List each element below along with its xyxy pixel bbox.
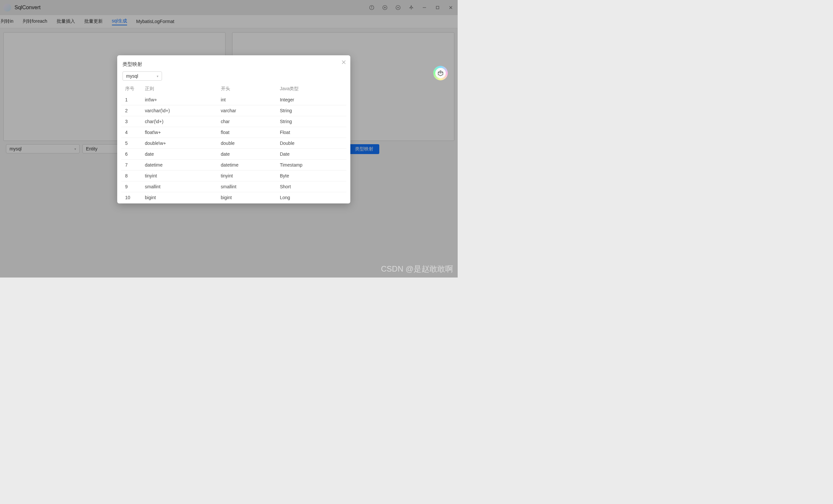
cell-seq: 9 bbox=[121, 182, 141, 192]
type-mapping-table: 序号 正则 开头 Java类型 1int\w+intInteger2varcha… bbox=[121, 83, 347, 203]
cell-javaType: Date bbox=[276, 149, 347, 160]
cell-regex: double\w+ bbox=[141, 138, 217, 149]
assistant-orb-icon[interactable] bbox=[433, 66, 448, 80]
cell-regex: tinyint bbox=[141, 170, 217, 182]
table-row[interactable]: 1int\w+intInteger bbox=[121, 95, 347, 105]
col-seq-header: 序号 bbox=[121, 83, 141, 95]
cell-regex: int\w+ bbox=[141, 95, 217, 105]
table-row[interactable]: 4float\w+floatFloat bbox=[121, 127, 347, 138]
cell-prefix: int bbox=[217, 95, 276, 105]
cell-javaType: Double bbox=[276, 138, 347, 149]
table-row[interactable]: 3char(\d+)charString bbox=[121, 116, 347, 127]
cell-javaType: Byte bbox=[276, 170, 347, 182]
type-mapping-modal: 类型映射 mysql ▾ 序号 正则 开头 Java类型 1int\w+intI… bbox=[117, 55, 350, 203]
cell-prefix: date bbox=[217, 149, 276, 160]
cell-javaType: Float bbox=[276, 127, 347, 138]
cell-prefix: smallint bbox=[217, 182, 276, 192]
cell-javaType: Integer bbox=[276, 95, 347, 105]
cell-regex: datetime bbox=[141, 160, 217, 170]
cell-seq: 4 bbox=[121, 127, 141, 138]
table-row[interactable]: 2varchar(\d+)varcharString bbox=[121, 105, 347, 116]
cell-prefix: double bbox=[217, 138, 276, 149]
cell-seq: 10 bbox=[121, 192, 141, 203]
svg-line-15 bbox=[441, 72, 443, 73]
cell-javaType: Timestamp bbox=[276, 160, 347, 170]
modal-db-type-value: mysql bbox=[126, 73, 138, 79]
cell-prefix: char bbox=[217, 116, 276, 127]
cell-javaType: Long bbox=[276, 192, 347, 203]
modal-db-type-select[interactable]: mysql ▾ bbox=[122, 71, 162, 81]
cell-javaType: Short bbox=[276, 182, 347, 192]
svg-line-16 bbox=[438, 72, 441, 73]
chevron-down-icon: ▾ bbox=[157, 74, 158, 78]
table-row[interactable]: 7datetimedatetimeTimestamp bbox=[121, 160, 347, 170]
cell-seq: 2 bbox=[121, 105, 141, 116]
cell-prefix: float bbox=[217, 127, 276, 138]
cell-seq: 3 bbox=[121, 116, 141, 127]
table-header-row: 序号 正则 开头 Java类型 bbox=[121, 83, 347, 95]
cell-regex: char(\d+) bbox=[141, 116, 217, 127]
cell-prefix: tinyint bbox=[217, 170, 276, 182]
table-row[interactable]: 9smallintsmallintShort bbox=[121, 182, 347, 192]
cell-regex: bigint bbox=[141, 192, 217, 203]
col-prefix-header: 开头 bbox=[217, 83, 276, 95]
cell-seq: 7 bbox=[121, 160, 141, 170]
cell-regex: smallint bbox=[141, 182, 217, 192]
modal-close-button[interactable] bbox=[342, 60, 346, 65]
table-row[interactable]: 6datedateDate bbox=[121, 149, 347, 160]
table-row[interactable]: 5double\w+doubleDouble bbox=[121, 138, 347, 149]
table-row[interactable]: 10bigintbigintLong bbox=[121, 192, 347, 203]
cell-regex: varchar(\d+) bbox=[141, 105, 217, 116]
cell-regex: date bbox=[141, 149, 217, 160]
col-regex-header: 正则 bbox=[141, 83, 217, 95]
cell-seq: 8 bbox=[121, 170, 141, 182]
cell-javaType: String bbox=[276, 116, 347, 127]
cell-prefix: bigint bbox=[217, 192, 276, 203]
cell-seq: 1 bbox=[121, 95, 141, 105]
cell-regex: float\w+ bbox=[141, 127, 217, 138]
modal-title: 类型映射 bbox=[121, 61, 347, 68]
cell-seq: 5 bbox=[121, 138, 141, 149]
cell-prefix: datetime bbox=[217, 160, 276, 170]
cell-seq: 6 bbox=[121, 149, 141, 160]
col-javatype-header: Java类型 bbox=[276, 83, 347, 95]
cell-javaType: String bbox=[276, 105, 347, 116]
cell-prefix: varchar bbox=[217, 105, 276, 116]
table-row[interactable]: 8tinyinttinyintByte bbox=[121, 170, 347, 182]
